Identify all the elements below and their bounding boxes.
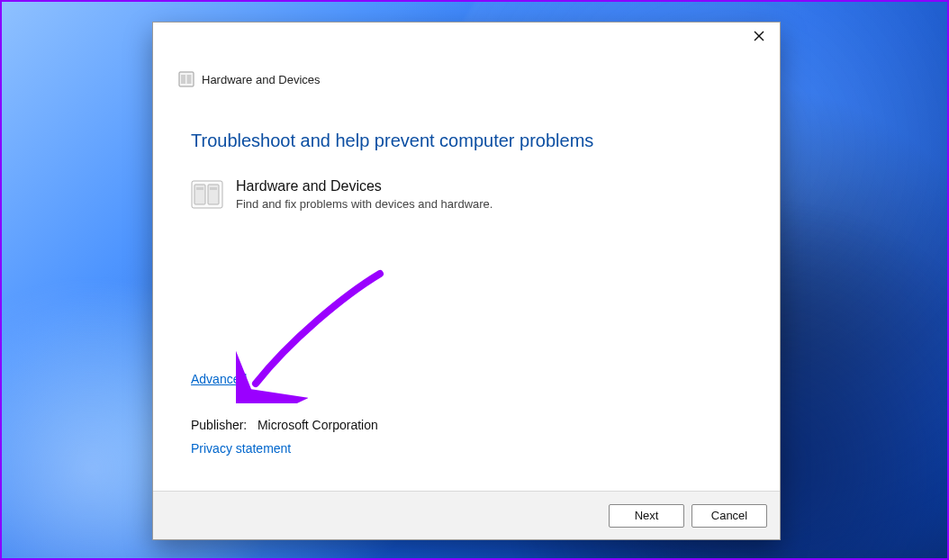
svg-rect-9 <box>210 187 217 190</box>
dialog-header: Hardware and Devices <box>153 53 780 87</box>
svg-rect-8 <box>196 187 203 190</box>
svg-rect-3 <box>181 75 185 84</box>
troubleshooter-description: Find and fix problems with devices and h… <box>236 197 493 211</box>
next-button[interactable]: Next <box>609 504 684 528</box>
troubleshooter-icon <box>178 71 194 87</box>
dialog-content: Troubleshoot and help prevent computer p… <box>153 87 780 491</box>
close-button[interactable] <box>738 23 780 50</box>
page-heading: Troubleshoot and help prevent computer p… <box>191 131 742 151</box>
troubleshooter-item: Hardware and Devices Find and fix proble… <box>191 178 742 211</box>
advanced-link[interactable]: Advanced <box>191 372 247 386</box>
dialog-title: Hardware and Devices <box>202 73 321 86</box>
privacy-statement-link[interactable]: Privacy statement <box>191 441 291 456</box>
troubleshooter-title: Hardware and Devices <box>236 178 493 194</box>
troubleshooter-dialog: Hardware and Devices Troubleshoot and he… <box>152 22 781 540</box>
publisher-label: Publisher: <box>191 418 247 432</box>
publisher-value: Microsoft Corporation <box>258 418 378 432</box>
dialog-footer: Next Cancel <box>153 491 780 539</box>
publisher-row: Publisher: Microsoft Corporation <box>191 418 742 432</box>
close-icon <box>754 31 764 41</box>
titlebar <box>153 23 780 53</box>
svg-rect-4 <box>187 75 192 84</box>
cancel-button[interactable]: Cancel <box>691 504 767 528</box>
hardware-devices-icon <box>191 178 223 211</box>
